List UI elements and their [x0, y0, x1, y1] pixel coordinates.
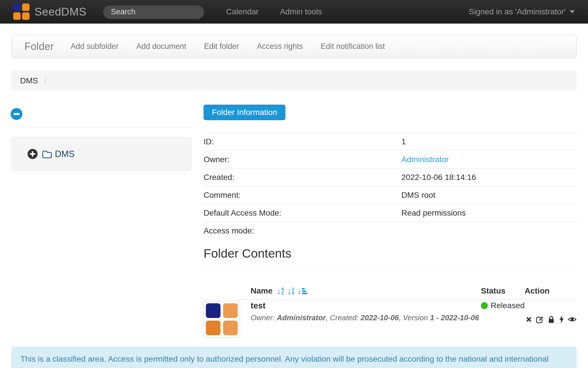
tree-node-label: DMS: [55, 149, 75, 159]
info-label: Owner:: [204, 155, 401, 164]
classified-area-notice: This is a classified area. Access is per…: [11, 347, 577, 368]
info-row-created: Created: 2022-10-06 18:14:16: [204, 168, 577, 186]
expand-node-button[interactable]: [28, 149, 38, 159]
view-document-eye-icon[interactable]: [568, 315, 577, 324]
folder-icon: [42, 150, 53, 159]
info-value: 1: [401, 137, 577, 146]
info-row-default-access: Default Access Mode: Read permissions: [204, 204, 577, 222]
status-column-header: Status: [481, 283, 525, 300]
thumb-column-header: [204, 283, 251, 300]
info-value: DMS root: [401, 191, 577, 200]
folder-information-button[interactable]: Folder Information: [204, 105, 285, 120]
tree-node-dms[interactable]: DMS: [42, 149, 75, 159]
folder-info-table: ID: 1 Owner: Administrator Created: 2022…: [204, 133, 577, 240]
row-actions: [525, 300, 577, 338]
edit-document-icon[interactable]: [536, 315, 544, 324]
expedite-lightning-icon[interactable]: [558, 315, 565, 324]
folder-contents-table: Name ↓ A Z ↓ 1 9: [204, 283, 577, 338]
info-label: Access mode:: [204, 226, 401, 235]
info-row-access-mode: Access mode:: [204, 222, 577, 240]
info-row-owner: Owner: Administrator: [204, 151, 577, 168]
table-header-row: Name ↓ A Z ↓ 1 9: [204, 283, 577, 300]
remove-document-icon[interactable]: [525, 315, 533, 324]
status-badge: Released: [491, 301, 525, 310]
info-label: Default Access Mode:: [204, 208, 401, 218]
notice-line: laws.: [20, 365, 568, 368]
info-row-id: ID: 1: [204, 133, 577, 151]
document-meta: Owner: Administrator, Created: 2022-10-0…: [251, 313, 481, 322]
info-value: 2022-10-06 18:14:16: [401, 173, 577, 182]
document-name-link[interactable]: test: [251, 301, 266, 310]
notice-line: This is a classified area. Access is per…: [20, 353, 568, 365]
name-column-header: Name: [251, 286, 272, 296]
folder-contents-heading: Folder Contents: [204, 246, 577, 266]
info-label: Created:: [204, 173, 401, 182]
action-column-header: Action: [525, 283, 577, 300]
sort-amount-down-icon[interactable]: ↓: [297, 287, 307, 296]
document-thumbnail[interactable]: [204, 301, 240, 338]
info-value: [401, 226, 577, 235]
main-panel: Folder Information ID: 1 Owner: Administ…: [204, 0, 577, 368]
collapse-tree-button[interactable]: [11, 108, 22, 120]
sort-numeric-down-icon[interactable]: ↓ 1 9: [287, 287, 294, 296]
folder-tree: DMS: [11, 137, 192, 171]
info-label: Comment:: [204, 191, 401, 200]
status-released-dot: [481, 302, 488, 309]
info-label: ID:: [204, 137, 401, 146]
info-row-comment: Comment: DMS root: [204, 186, 577, 204]
owner-link[interactable]: Administrator: [401, 155, 449, 164]
table-row: test Owner: Administrator, Created: 2022…: [204, 300, 577, 338]
sort-alpha-down-icon[interactable]: ↓ A Z: [276, 287, 284, 296]
divider: [11, 128, 192, 128]
tree-panel-column: DMS: [11, 0, 192, 368]
info-value: Read permissions: [401, 208, 577, 218]
lock-document-icon[interactable]: [547, 315, 556, 324]
